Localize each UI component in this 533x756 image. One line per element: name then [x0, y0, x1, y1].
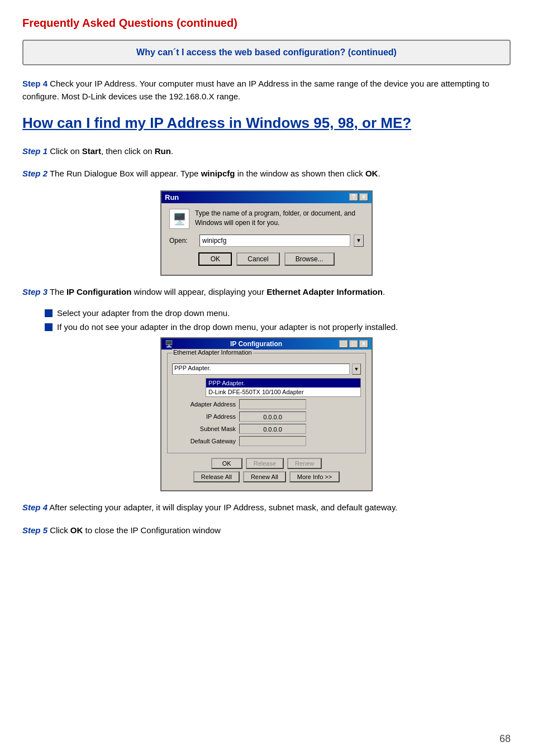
- run-dialog-title: Run: [165, 193, 179, 202]
- run-browse-button[interactable]: Browse...: [284, 252, 335, 266]
- step2-block: Step 2 The Run Dialogue Box will appear.…: [22, 168, 511, 180]
- step1-block: Step 1 Click on Start, then click on Run…: [22, 145, 511, 158]
- step3-block: Step 3 The IP Configuration window will …: [22, 286, 511, 299]
- ip-adapter-address-value: [239, 399, 306, 409]
- run-icon-row: 🖥️ Type the name of a program, folder, o…: [169, 209, 364, 229]
- step2-ok: OK: [365, 169, 378, 178]
- ip-dialog-content: Ethernet Adapter Information PPP Adapter…: [161, 350, 372, 490]
- ip-address-label: IP Address: [172, 413, 239, 420]
- ip-subnet-label: Subnet Mask: [172, 425, 239, 432]
- ip-adapter-row: PPP Adapter. ▼: [172, 363, 361, 375]
- step4-intro: Step 4 Check your IP Address. Your compu…: [22, 78, 511, 103]
- section-heading: How can I find my IP Address in Windows …: [22, 114, 511, 133]
- ip-minimize-button[interactable]: _: [339, 340, 348, 348]
- step2-winipcfg: winipcfg: [201, 169, 235, 178]
- page-number: 68: [499, 733, 511, 745]
- ip-address-row: IP Address 0.0.0.0: [172, 412, 361, 422]
- bullet-text-2: If you do not see your adapter in the dr…: [57, 322, 398, 332]
- ip-dialog-titlebar: 🖥️ IP Configuration _ □ ×: [161, 338, 372, 350]
- ip-btn-row-1: OK Release Renew: [167, 458, 366, 469]
- section-box-title: Why can´t I access the web based configu…: [35, 47, 498, 58]
- step3-text-pre: The: [47, 287, 66, 296]
- step3-text-end: .: [383, 287, 385, 296]
- run-dialog-content: 🖥️ Type the name of a program, folder, o…: [161, 203, 372, 275]
- step3-ip-config: IP Configuration: [66, 287, 131, 296]
- ip-gateway-row: Default Gateway: [172, 436, 361, 446]
- ip-ok-button[interactable]: OK: [211, 458, 242, 469]
- section-box: Why can´t I access the web based configu…: [22, 40, 511, 65]
- bullet-square-2: [45, 323, 53, 331]
- run-ok-button[interactable]: OK: [198, 252, 232, 266]
- ip-adapter-address-label: Adapter Address: [172, 401, 239, 408]
- step5-text-pre: Click: [47, 525, 70, 535]
- run-dialog-wrapper: Run ? × 🖥️ Type the name of a program, f…: [22, 190, 511, 276]
- step2-label: Step 2: [22, 169, 47, 178]
- step1-text-mid: , then click on: [101, 146, 155, 156]
- ip-subnet-row: Subnet Mask 0.0.0.0: [172, 424, 361, 434]
- ip-renew-all-button[interactable]: Renew All: [243, 471, 286, 482]
- run-desc: Type the name of a program, folder, or d…: [195, 209, 355, 228]
- step4-intro-label: Step 4: [22, 79, 47, 88]
- bullet-list: Select your adapter from the drop down m…: [45, 308, 511, 332]
- ip-gateway-value: [239, 436, 306, 446]
- run-open-label: Open:: [169, 237, 196, 245]
- step4-after-text: After selecting your adapter, it will di…: [47, 503, 397, 512]
- run-dialog: Run ? × 🖥️ Type the name of a program, f…: [160, 190, 373, 276]
- step5-block: Step 5 Click OK to close the IP Configur…: [22, 524, 511, 537]
- step1-start: Start: [82, 146, 101, 156]
- run-dropdown-btn[interactable]: ▼: [354, 235, 364, 247]
- ip-titlebar-buttons: _ □ ×: [339, 340, 368, 348]
- step3-eth: Ethernet Adapter Information: [266, 287, 383, 296]
- bullet-square-1: [45, 309, 53, 317]
- ip-dropdown-open: PPP Adapter. D-Link DFE-550TX 10/100 Ada…: [206, 378, 361, 397]
- bullet-item-1: Select your adapter from the drop down m…: [45, 308, 511, 318]
- run-dialog-titlebar: Run ? ×: [161, 192, 372, 203]
- ip-close-button[interactable]: ×: [359, 340, 368, 348]
- run-close-button[interactable]: ×: [359, 193, 368, 201]
- ip-option-1[interactable]: PPP Adapter.: [206, 379, 360, 387]
- ip-gateway-label: Default Gateway: [172, 438, 239, 444]
- step4-after-label: Step 4: [22, 503, 47, 512]
- run-icon: 🖥️: [169, 209, 189, 229]
- ip-address-value: 0.0.0.0: [239, 412, 306, 422]
- run-open-input[interactable]: [199, 235, 350, 247]
- step1-run: Run: [155, 146, 171, 156]
- run-titlebar-buttons: ? ×: [349, 193, 368, 201]
- ip-maximize-button[interactable]: □: [349, 340, 358, 348]
- run-cancel-button[interactable]: Cancel: [236, 252, 279, 266]
- ip-adapter-address-row: Adapter Address: [172, 399, 361, 409]
- step2-text-mid: in the window as shown then click: [235, 169, 365, 178]
- run-input-row: Open: ▼: [169, 235, 364, 247]
- page-header: Frequently Asked Questions (continued): [22, 17, 511, 30]
- ip-dialog-title: IP Configuration: [230, 340, 282, 348]
- ip-dialog-wrapper: 🖥️ IP Configuration _ □ × Ethernet Adapt…: [22, 337, 511, 491]
- step4-intro-text: Check your IP Address. Your computer mus…: [22, 79, 489, 101]
- ip-renew-button[interactable]: Renew: [287, 458, 322, 469]
- ip-release-button[interactable]: Release: [246, 458, 284, 469]
- step3-text-mid: window will appear, displaying your: [131, 287, 266, 296]
- run-btn-row: OK Cancel Browse...: [169, 252, 364, 266]
- ip-dialog: 🖥️ IP Configuration _ □ × Ethernet Adapt…: [160, 337, 373, 491]
- step2-text-end: .: [378, 169, 380, 178]
- step4-after-block: Step 4 After selecting your adapter, it …: [22, 501, 511, 514]
- run-desc-line2: Windows will open it for you.: [195, 218, 355, 228]
- ip-adapter-dropdown[interactable]: PPP Adapter.: [172, 363, 350, 375]
- ip-more-info-button[interactable]: More Info >>: [289, 471, 340, 482]
- step3-label: Step 3: [22, 287, 47, 296]
- run-desc-line1: Type the name of a program, folder, or d…: [195, 209, 355, 218]
- ip-adapter-value: PPP Adapter.: [174, 365, 211, 371]
- run-help-button[interactable]: ?: [349, 193, 358, 201]
- ip-group-box: Ethernet Adapter Information PPP Adapter…: [167, 353, 366, 453]
- ip-group-label: Ethernet Adapter Information: [172, 349, 253, 356]
- ip-subnet-value: 0.0.0.0: [239, 424, 306, 434]
- step1-text-end: .: [171, 146, 173, 156]
- ip-release-all-button[interactable]: Release All: [193, 471, 240, 482]
- ip-adapter-dropdown-btn[interactable]: ▼: [352, 363, 361, 375]
- ip-option-2[interactable]: D-Link DFE-550TX 10/100 Adapter: [206, 387, 360, 396]
- ip-dialog-title-icon: 🖥️: [165, 340, 173, 348]
- step5-ok: OK: [70, 525, 83, 535]
- step5-text-end: to close the IP Configuration window: [83, 525, 221, 535]
- step1-text-pre: Click on: [47, 146, 82, 156]
- step2-text-pre: The Run Dialogue Box will appear. Type: [47, 169, 201, 178]
- bullet-text-1: Select your adapter from the drop down m…: [57, 308, 230, 318]
